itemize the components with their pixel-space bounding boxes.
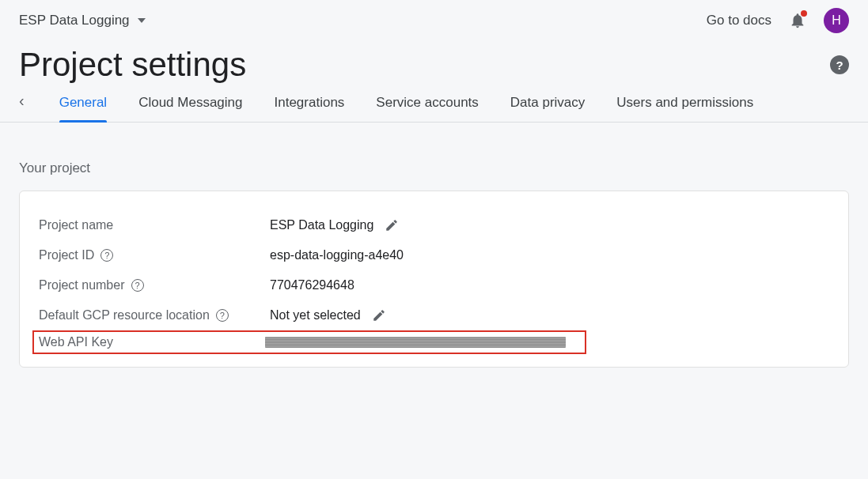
field-project-name: Project name ESP Data Logging	[39, 210, 829, 240]
edit-icon[interactable]	[385, 218, 399, 232]
field-value: 770476294648	[270, 278, 354, 292]
tabs-back-button[interactable]: ‹	[19, 92, 28, 121]
avatar[interactable]: H	[824, 8, 849, 33]
field-gcp-location: Default GCP resource location ? Not yet …	[39, 300, 829, 330]
web-api-key-highlight: Web API Key	[32, 330, 586, 354]
field-project-id: Project ID ? esp-data-logging-a4e40	[39, 240, 829, 270]
field-label: Default GCP resource location	[39, 308, 210, 322]
tabs: ‹ General Cloud Messaging Integrations S…	[0, 90, 868, 123]
help-icon[interactable]: ?	[830, 55, 849, 74]
field-label: Web API Key	[39, 335, 265, 349]
tab-service-accounts[interactable]: Service accounts	[376, 90, 478, 122]
go-to-docs-link[interactable]: Go to docs	[707, 13, 771, 28]
tab-users-permissions[interactable]: Users and permissions	[616, 90, 753, 122]
field-value: Not yet selected	[270, 308, 361, 322]
section-label: Your project	[0, 123, 868, 186]
field-value: esp-data-logging-a4e40	[270, 248, 404, 262]
tab-cloud-messaging[interactable]: Cloud Messaging	[138, 90, 242, 122]
redacted-value	[265, 337, 566, 348]
page-title: Project settings	[19, 46, 246, 84]
edit-icon[interactable]	[372, 308, 386, 322]
caret-down-icon	[138, 18, 146, 23]
field-value: ESP Data Logging	[270, 218, 373, 232]
project-selector[interactable]: ESP Data Logging	[19, 13, 146, 28]
field-label: Project name	[39, 218, 270, 232]
project-card: Project name ESP Data Logging Project ID…	[19, 190, 849, 368]
field-label: Project ID	[39, 248, 94, 262]
notification-dot-icon	[801, 10, 807, 17]
project-name: ESP Data Logging	[19, 13, 130, 28]
tab-general[interactable]: General	[59, 90, 107, 122]
tab-data-privacy[interactable]: Data privacy	[510, 90, 585, 122]
info-icon[interactable]: ?	[216, 309, 229, 322]
field-label: Project number	[39, 278, 125, 292]
notifications-button[interactable]	[789, 12, 806, 29]
tab-integrations[interactable]: Integrations	[275, 90, 345, 122]
info-icon[interactable]: ?	[100, 249, 113, 262]
field-project-number: Project number ? 770476294648	[39, 270, 829, 300]
info-icon[interactable]: ?	[131, 279, 144, 292]
